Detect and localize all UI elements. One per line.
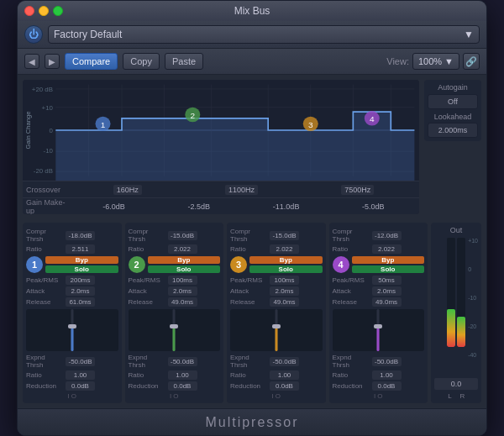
band1-attack-value[interactable]: 2.0ms bbox=[66, 286, 95, 296]
svg-text:3: 3 bbox=[308, 120, 313, 129]
crossover-row: Crossover 160Hz 1100Hz 7500Hz bbox=[23, 181, 419, 197]
band1-ratio-value[interactable]: 2.511 bbox=[66, 244, 95, 254]
lookahead-value[interactable]: 2.000ms bbox=[428, 123, 478, 138]
band1-expnd-value[interactable]: -50.0dB bbox=[66, 357, 95, 366]
scale-0: 0 bbox=[468, 266, 478, 272]
band4-reduction-label: Reduction bbox=[333, 382, 370, 390]
band3-slider[interactable] bbox=[272, 324, 281, 328]
band1-slider[interactable] bbox=[68, 324, 76, 328]
paste-button[interactable]: Paste bbox=[165, 53, 203, 70]
band1-io-label: I O bbox=[26, 392, 118, 400]
band3-solo-button[interactable]: Solo bbox=[249, 265, 323, 273]
crossover-3[interactable]: 7500Hz bbox=[341, 185, 374, 195]
band4-attack-value[interactable]: 2.0ms bbox=[372, 286, 402, 296]
band2-byp-button[interactable]: Byp bbox=[148, 256, 221, 264]
band3-release-label: Release bbox=[230, 298, 268, 306]
band2-slider[interactable] bbox=[170, 324, 178, 328]
band1-solo-button[interactable]: Solo bbox=[45, 265, 118, 273]
autogain-box: Autogain Off Lookahead 2.000ms bbox=[424, 80, 481, 141]
band4-expratio-value[interactable]: 1.00 bbox=[372, 370, 402, 380]
band3-ratio-label: Ratio bbox=[230, 245, 268, 253]
maximize-button[interactable] bbox=[53, 6, 63, 16]
crossover-1[interactable]: 160Hz bbox=[113, 185, 142, 195]
window-controls bbox=[24, 6, 63, 16]
compare-button[interactable]: Compare bbox=[65, 53, 118, 70]
dropdown-arrow: ▼ bbox=[464, 29, 474, 40]
band3-expnd-value[interactable]: -50.0dB bbox=[270, 357, 299, 366]
band4-ratio-value[interactable]: 2.022 bbox=[372, 244, 402, 254]
band1-reduction-value[interactable]: 0.0dB bbox=[66, 381, 95, 391]
band4-peak-value[interactable]: 50ms bbox=[372, 276, 402, 285]
band1-peak-value[interactable]: 200ms bbox=[66, 276, 95, 285]
band1-thrsh-label: Compr Thrsh bbox=[26, 228, 64, 243]
view-dropdown[interactable]: 100% ▼ bbox=[412, 53, 459, 70]
autogain-section: Autogain Off Lookahead 2.000ms bbox=[424, 80, 481, 214]
band2-reduction-value[interactable]: 0.0dB bbox=[168, 381, 197, 391]
svg-text:2: 2 bbox=[190, 111, 195, 120]
gain-2[interactable]: -2.5dB bbox=[188, 202, 211, 211]
band3-peak-value[interactable]: 100ms bbox=[270, 276, 299, 285]
scale-40: -40 bbox=[468, 352, 478, 358]
svg-text:4: 4 bbox=[370, 114, 375, 123]
band1-expnd-label: Expnd Thrsh bbox=[26, 354, 64, 369]
band-2: Compr Thrsh -15.0dB Ratio 2.022 2 Byp So… bbox=[125, 223, 224, 403]
band3-expratio-value[interactable]: 1.00 bbox=[270, 370, 299, 380]
band1-thrsh-value[interactable]: -18.0dB bbox=[66, 231, 95, 240]
band4-slider[interactable] bbox=[374, 324, 382, 328]
band2-expnd-label: Expnd Thrsh bbox=[129, 354, 166, 369]
band2-expratio-label: Ratio bbox=[129, 371, 166, 379]
link-button[interactable]: 🔗 bbox=[463, 53, 480, 70]
band4-byp-button[interactable]: Byp bbox=[352, 256, 425, 264]
gain-3[interactable]: -11.0dB bbox=[273, 202, 300, 211]
band3-peak-label: Peak/RMS bbox=[230, 276, 268, 284]
band2-peak-value[interactable]: 100ms bbox=[168, 276, 197, 285]
band4-expratio-label: Ratio bbox=[333, 371, 370, 379]
band2-solo-button[interactable]: Solo bbox=[148, 265, 221, 273]
band2-peak-label: Peak/RMS bbox=[129, 276, 166, 284]
band4-reduction-value[interactable]: 0.0dB bbox=[372, 381, 402, 391]
band3-reduction-value[interactable]: 0.0dB bbox=[270, 381, 299, 391]
band3-ratio-value[interactable]: 2.022 bbox=[270, 244, 299, 254]
band2-expnd-value[interactable]: -50.0dB bbox=[168, 357, 197, 366]
minimize-button[interactable] bbox=[39, 6, 49, 16]
band3-byp-button[interactable]: Byp bbox=[249, 256, 323, 264]
view-label: View: bbox=[386, 56, 409, 66]
svg-text:0: 0 bbox=[50, 127, 53, 134]
band1-expratio-value[interactable]: 1.00 bbox=[66, 370, 95, 380]
eq-display: 1 2 3 4 +20 dB +10 0 -10 -20 dB Gain Cha… bbox=[23, 80, 419, 214]
band-1: Compr Thrsh -18.0dB Ratio 2.511 1 Byp So… bbox=[23, 223, 122, 403]
action-toolbar: ◀ ▶ Compare Copy Paste View: 100% ▼ 🔗 bbox=[18, 49, 486, 75]
band4-solo-button[interactable]: Solo bbox=[352, 265, 425, 273]
eq-graph: 1 2 3 4 +20 dB +10 0 -10 -20 dB Gain Cha… bbox=[23, 80, 419, 181]
band1-byp-button[interactable]: Byp bbox=[45, 256, 118, 264]
svg-text:1: 1 bbox=[101, 120, 106, 129]
preset-dropdown[interactable]: Factory Default ▼ bbox=[48, 25, 480, 44]
band3-thrsh-value[interactable]: -15.0dB bbox=[270, 231, 299, 240]
close-button[interactable] bbox=[24, 6, 34, 16]
band4-thrsh-label: Compr Thrsh bbox=[333, 228, 370, 243]
band2-thrsh-value[interactable]: -15.0dB bbox=[168, 231, 197, 240]
bottom-bar: Multipressor bbox=[18, 408, 486, 435]
power-button[interactable]: ⏻ bbox=[24, 25, 43, 44]
svg-text:+10: +10 bbox=[42, 104, 53, 112]
gain-1[interactable]: -6.0dB bbox=[102, 202, 125, 211]
gain-4[interactable]: -5.0dB bbox=[362, 202, 385, 211]
band4-release-value[interactable]: 49.0ms bbox=[372, 297, 402, 307]
band4-thrsh-value[interactable]: -12.0dB bbox=[372, 231, 402, 240]
band4-expnd-value[interactable]: -50.0dB bbox=[372, 357, 402, 366]
band3-attack-value[interactable]: 2.0ms bbox=[270, 286, 299, 296]
copy-button[interactable]: Copy bbox=[123, 53, 160, 70]
band2-attack-value[interactable]: 2.0ms bbox=[168, 286, 197, 296]
nav-back-button[interactable]: ◀ bbox=[24, 54, 39, 69]
band2-ratio-value[interactable]: 2.022 bbox=[168, 244, 197, 254]
nav-fwd-button[interactable]: ▶ bbox=[45, 54, 60, 69]
band2-reduction-label: Reduction bbox=[129, 382, 166, 390]
autogain-control[interactable]: Off bbox=[428, 94, 478, 109]
crossover-2[interactable]: 1100Hz bbox=[225, 185, 258, 195]
meter-l bbox=[447, 238, 455, 347]
band1-release-value[interactable]: 61.0ms bbox=[66, 297, 95, 307]
band3-release-value[interactable]: 49.0ms bbox=[270, 297, 299, 307]
band2-expratio-value[interactable]: 1.00 bbox=[168, 370, 197, 380]
band1-expratio-label: Ratio bbox=[26, 371, 64, 379]
band2-release-value[interactable]: 49.0ms bbox=[168, 297, 197, 307]
